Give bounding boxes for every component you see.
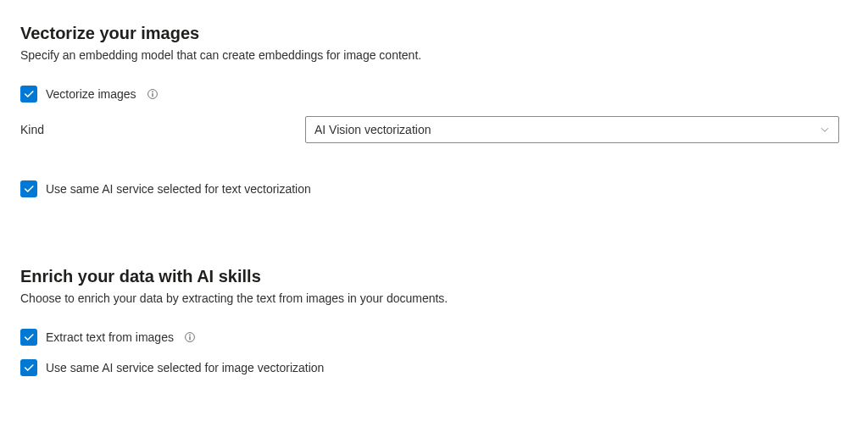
check-icon xyxy=(23,362,35,374)
enrich-description: Choose to enrich your data by extracting… xyxy=(20,291,848,305)
check-icon xyxy=(23,331,35,343)
vectorize-description: Specify an embedding model that can crea… xyxy=(20,48,848,62)
use-same-ai-text-checkbox[interactable] xyxy=(20,180,37,197)
check-icon xyxy=(23,183,35,195)
use-same-ai-image-label: Use same AI service selected for image v… xyxy=(46,361,324,374)
vectorize-images-checkbox[interactable] xyxy=(20,86,37,103)
svg-point-1 xyxy=(152,92,153,93)
use-same-ai-image-checkbox[interactable] xyxy=(20,359,37,376)
svg-point-4 xyxy=(189,335,191,336)
extract-text-label: Extract text from images xyxy=(46,330,174,344)
vectorize-images-label: Vectorize images xyxy=(46,87,136,101)
vectorize-title: Vectorize your images xyxy=(20,24,848,43)
kind-select[interactable]: AI Vision vectorization xyxy=(305,116,839,143)
kind-select-value: AI Vision vectorization xyxy=(314,123,431,136)
kind-label: Kind xyxy=(20,123,305,136)
svg-rect-5 xyxy=(189,336,190,340)
extract-text-checkbox[interactable] xyxy=(20,329,37,346)
enrich-title: Enrich your data with AI skills xyxy=(20,267,848,286)
chevron-down-icon xyxy=(820,125,830,135)
check-icon xyxy=(23,88,35,100)
info-icon[interactable] xyxy=(184,331,196,343)
info-icon[interactable] xyxy=(147,88,159,100)
use-same-ai-text-label: Use same AI service selected for text ve… xyxy=(46,182,311,196)
svg-rect-2 xyxy=(152,93,153,97)
